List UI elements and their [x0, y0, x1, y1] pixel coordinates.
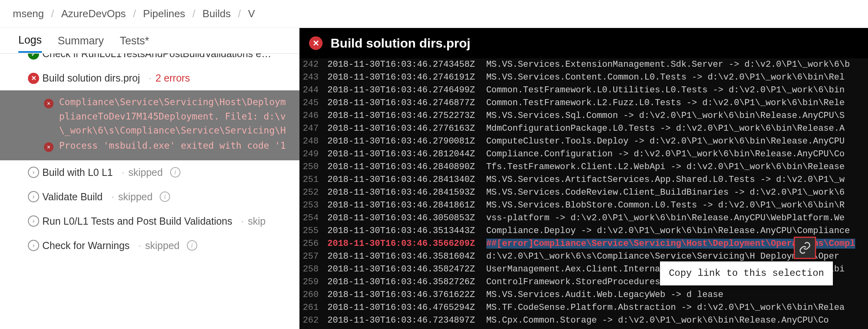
line-number: 249: [299, 148, 327, 161]
step-check[interactable]: ✓ Check if RunL0L1TestsAndPostBuildValid…: [0, 54, 299, 66]
line-number: 261: [299, 301, 327, 314]
step-errors: ✕ Compliance\Service\Servicing\Host\Depl…: [0, 90, 299, 160]
log-line[interactable]: 2452018-11-30T16:03:46.2746877ZCommon.Te…: [299, 97, 868, 110]
log-line[interactable]: 2492018-11-30T16:03:46.2812044ZComplianc…: [299, 148, 868, 161]
breadcrumb-item[interactable]: Builds: [198, 8, 236, 20]
log-timestamp: 2018-11-30T16:03:47.6199885Z: [327, 327, 486, 329]
copy-link-button[interactable]: [794, 237, 816, 259]
log-line[interactable]: 2602018-11-30T16:03:46.3761622ZMS.VS.Ser…: [299, 289, 868, 301]
log-message: Compliance.Deploy -> d:\v2.0\P1\_work\6\…: [486, 225, 850, 237]
log-line[interactable]: 2502018-11-30T16:03:46.2840890ZTfs.TestF…: [299, 161, 868, 173]
line-number: 250: [299, 161, 327, 173]
log-body[interactable]: 2422018-11-30T16:03:46.2743458ZMS.VS.Ser…: [299, 58, 868, 329]
breadcrumb-item[interactable]: mseng: [8, 8, 49, 20]
step-status: skip: [248, 215, 266, 227]
info-icon[interactable]: i: [160, 191, 170, 202]
info-icon[interactable]: i: [170, 167, 180, 177]
step-label: Validate Build: [42, 191, 103, 203]
log-header: ✕ Build solution dirs.proj: [299, 28, 868, 58]
log-message: Common.TestFramework.L0.Utilities.L0.Tes…: [486, 84, 845, 97]
line-number: 247: [299, 122, 327, 135]
log-message: MS.VS.Services.Audit.Web.LegacyWeb -> d …: [486, 289, 723, 301]
log-line[interactable]: 2472018-11-30T16:03:46.2776163ZMdmConfig…: [299, 122, 868, 135]
line-number: 256: [299, 237, 327, 250]
log-message: MS.VS.Services.CodeReview.Client_BuildBi…: [486, 186, 845, 199]
line-number: 258: [299, 263, 327, 276]
breadcrumb-item[interactable]: V: [243, 8, 260, 20]
line-number: 262: [299, 314, 327, 327]
log-title: Build solution dirs.proj: [331, 36, 470, 51]
line-number: 259: [299, 276, 327, 289]
log-message: Common.TestFramework.L2.Fuzz.L0.Tests ->…: [486, 97, 845, 110]
log-line[interactable]: 2512018-11-30T16:03:46.2841340ZMS.VS.Ser…: [299, 173, 868, 186]
log-line[interactable]: 2552018-11-30T16:03:46.3513443ZComplianc…: [299, 225, 868, 237]
error-text[interactable]: Process 'msbuild.exe' exited with code '…: [59, 139, 286, 153]
step-build-l0l1[interactable]: › Build with L0 L1 ·skipped i: [0, 160, 299, 185]
line-number: 254: [299, 212, 327, 225]
step-build-dirs[interactable]: ✕ Build solution dirs.proj ·2 errors: [0, 66, 299, 90]
log-timestamp: 2018-11-30T16:03:46.2746191Z: [327, 71, 486, 84]
log-line[interactable]: 2482018-11-30T16:03:46.2790081ZComputeCl…: [299, 135, 868, 148]
copy-link-tooltip: Copy link to this selection: [660, 261, 833, 285]
line-number: 251: [299, 173, 327, 186]
log-line[interactable]: 2462018-11-30T16:03:46.2752273ZMS.VS.Ser…: [299, 110, 868, 122]
step-status: skipped: [118, 191, 153, 202]
line-number: 246: [299, 110, 327, 122]
log-message: MS.TF.Client -> d:\v2.0\P1\_work\6\bin\R…: [486, 327, 850, 329]
log-timestamp: 2018-11-30T16:03:46.2790081Z: [327, 135, 486, 148]
log-message: MS.VS.Services.ArtifactServices.App.Shar…: [486, 173, 845, 186]
error-text[interactable]: Compliance\Service\Servicing\Host\Deploy…: [59, 95, 286, 138]
line-number: 257: [299, 250, 327, 263]
tabs: Logs Summary Tests*: [0, 28, 299, 54]
line-number: 245: [299, 97, 327, 110]
step-status: skipped: [128, 167, 163, 178]
log-message: MS.VS.Services.Sql.Common -> d:\v2.0\P1\…: [486, 110, 845, 122]
log-line[interactable]: 2532018-11-30T16:03:46.2841861ZMS.VS.Ser…: [299, 199, 868, 212]
log-line[interactable]: 2632018-11-30T16:03:47.6199885ZMS.TF.Cli…: [299, 327, 868, 329]
step-label: Build solution dirs.proj: [42, 72, 140, 84]
log-line[interactable]: 2622018-11-30T16:03:46.7234897ZMS.Cpx.Co…: [299, 314, 868, 327]
log-message: MS.VS.Services.Content.Common.L0.Tests -…: [486, 71, 845, 84]
log-timestamp: 2018-11-30T16:03:46.2752273Z: [327, 110, 486, 122]
chevron-right-icon: ›: [28, 240, 39, 251]
step-run-tests[interactable]: › Run L0/L1 Tests and Post Build Validat…: [0, 209, 299, 233]
steps-pane: Logs Summary Tests* ✓ Check if RunL0L1Te…: [0, 28, 299, 329]
log-timestamp: 2018-11-30T16:03:46.2841340Z: [327, 173, 486, 186]
step-validate[interactable]: › Validate Build ·skipped i: [0, 185, 299, 209]
chevron-right-icon: ›: [28, 215, 39, 227]
log-message: MS.VS.Services.BlobStore.Common.L0.Tests…: [486, 199, 845, 212]
error-count: 2 errors: [156, 72, 190, 84]
tab-logs[interactable]: Logs: [18, 28, 42, 53]
step-label: Build with L0 L1: [42, 167, 113, 178]
log-line[interactable]: 2562018-11-30T16:03:46.3566209Z##[error]…: [299, 237, 868, 250]
breadcrumb-item[interactable]: Pipelines: [138, 8, 190, 20]
line-number: 260: [299, 289, 327, 301]
log-timestamp: 2018-11-30T16:03:46.2840890Z: [327, 161, 486, 173]
tab-tests[interactable]: Tests*: [120, 29, 149, 52]
step-label: Check for Warnings: [42, 240, 130, 251]
tab-summary[interactable]: Summary: [58, 29, 104, 52]
breadcrumb-item[interactable]: AzureDevOps: [56, 8, 131, 20]
line-number: 255: [299, 225, 327, 237]
error-icon: ✕: [28, 73, 39, 84]
log-line[interactable]: 2542018-11-30T16:03:46.3050853Zvss-platf…: [299, 212, 868, 225]
log-line[interactable]: 2612018-11-30T16:03:46.4765294ZMS.TF.Cod…: [299, 301, 868, 314]
log-timestamp: 2018-11-30T16:03:46.2841861Z: [327, 199, 486, 212]
line-number: 242: [299, 58, 327, 71]
chevron-right-icon: ›: [28, 167, 39, 178]
log-line[interactable]: 2432018-11-30T16:03:46.2746191ZMS.VS.Ser…: [299, 71, 868, 84]
log-timestamp: 2018-11-30T16:03:46.2746499Z: [327, 84, 486, 97]
step-label: Run L0/L1 Tests and Post Build Validatio…: [42, 215, 232, 227]
log-line[interactable]: 2442018-11-30T16:03:46.2746499ZCommon.Te…: [299, 84, 868, 97]
log-timestamp: 2018-11-30T16:03:46.3761622Z: [327, 289, 486, 301]
error-icon: ✕: [309, 36, 323, 50]
log-timestamp: 2018-11-30T16:03:46.4765294Z: [327, 301, 486, 314]
line-number: 263: [299, 327, 327, 329]
step-label: Check if RunL0L1TestsAndPostBuildValidat…: [42, 54, 271, 60]
step-warnings[interactable]: › Check for Warnings ·skipped i: [0, 233, 299, 258]
chevron-right-icon: ›: [28, 191, 39, 202]
log-line[interactable]: 2422018-11-30T16:03:46.2743458ZMS.VS.Ser…: [299, 58, 868, 71]
log-pane: ✕ Build solution dirs.proj 2422018-11-30…: [299, 28, 868, 329]
log-line[interactable]: 2522018-11-30T16:03:46.2841593ZMS.VS.Ser…: [299, 186, 868, 199]
info-icon[interactable]: i: [187, 240, 197, 251]
